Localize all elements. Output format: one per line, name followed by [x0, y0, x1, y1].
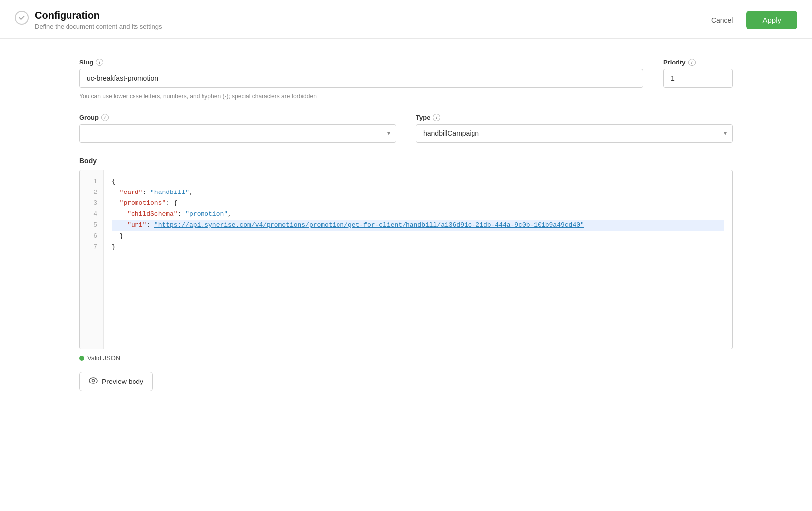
type-select[interactable]: handbillCampaign other [416, 124, 733, 143]
priority-input[interactable] [663, 69, 733, 88]
group-select-wrapper: ▾ [79, 124, 396, 143]
code-editor-inner: 1 2 3 4 5 6 7 { "card": "handbill", "pro… [80, 170, 732, 349]
line-num-7: 7 [80, 242, 103, 253]
priority-info-icon: i [688, 59, 696, 66]
body-section: Body 1 2 3 4 5 6 7 { "card": "handbill",… [79, 157, 733, 391]
preview-body-label: Preview body [102, 378, 143, 385]
slug-priority-row: Slug i You can use lower case letters, n… [79, 59, 733, 100]
slug-label: Slug i [79, 59, 643, 66]
page-title: Configuration [35, 10, 162, 21]
type-field-group: Type i handbillCampaign other ▾ [416, 114, 733, 143]
group-type-row: Group i ▾ Type i handbillCampaign other … [79, 114, 733, 143]
code-line-6: } [112, 231, 724, 242]
line-num-4: 4 [80, 209, 103, 220]
priority-label: Priority i [663, 59, 733, 66]
header-left: Configuration Define the document conten… [15, 10, 162, 30]
group-select[interactable] [79, 124, 396, 143]
slug-info-icon: i [96, 59, 103, 66]
code-line-4: "childSchema": "promotion", [112, 209, 724, 220]
priority-field-group: Priority i [663, 59, 733, 100]
eye-icon [89, 377, 98, 386]
code-line-1: { [112, 176, 724, 187]
page-header: Configuration Define the document conten… [0, 0, 812, 39]
main-content: Slug i You can use lower case letters, n… [0, 39, 812, 411]
svg-point-1 [92, 380, 95, 382]
line-num-6: 6 [80, 231, 103, 242]
line-num-2: 2 [80, 187, 103, 198]
code-line-5: "uri": "https://api.synerise.com/v4/prom… [112, 220, 724, 231]
cancel-button[interactable]: Cancel [703, 12, 741, 28]
line-num-5: 5 [80, 220, 103, 231]
line-numbers: 1 2 3 4 5 6 7 [80, 170, 104, 349]
valid-json-label: Valid JSON [87, 354, 120, 362]
type-info-icon: i [433, 114, 440, 121]
svg-point-0 [89, 378, 97, 383]
group-info-icon: i [101, 114, 109, 121]
type-label: Type i [416, 114, 733, 121]
valid-json-dot [79, 356, 84, 361]
preview-body-button[interactable]: Preview body [79, 372, 153, 391]
page-subtitle: Define the document content and its sett… [35, 23, 162, 30]
code-line-3: "promotions": { [112, 198, 724, 209]
header-actions: Cancel Apply [703, 11, 797, 29]
type-select-wrapper: handbillCampaign other ▾ [416, 124, 733, 143]
line-num-3: 3 [80, 198, 103, 209]
group-field-group: Group i ▾ [79, 114, 396, 143]
code-line-2: "card": "handbill", [112, 187, 724, 198]
slug-field-group: Slug i You can use lower case letters, n… [79, 59, 643, 100]
slug-input[interactable] [79, 69, 643, 88]
code-content: { "card": "handbill", "promotions": { "c… [104, 170, 732, 349]
code-line-7: } [112, 242, 724, 253]
header-title-group: Configuration Define the document conten… [35, 10, 162, 30]
valid-json-status: Valid JSON [79, 354, 733, 362]
slug-hint: You can use lower case letters, numbers,… [79, 93, 643, 100]
apply-button[interactable]: Apply [746, 11, 797, 29]
code-editor[interactable]: 1 2 3 4 5 6 7 { "card": "handbill", "pro… [79, 170, 733, 349]
check-icon [15, 11, 29, 25]
group-label: Group i [79, 114, 396, 121]
line-num-1: 1 [80, 176, 103, 187]
body-label: Body [79, 157, 733, 165]
